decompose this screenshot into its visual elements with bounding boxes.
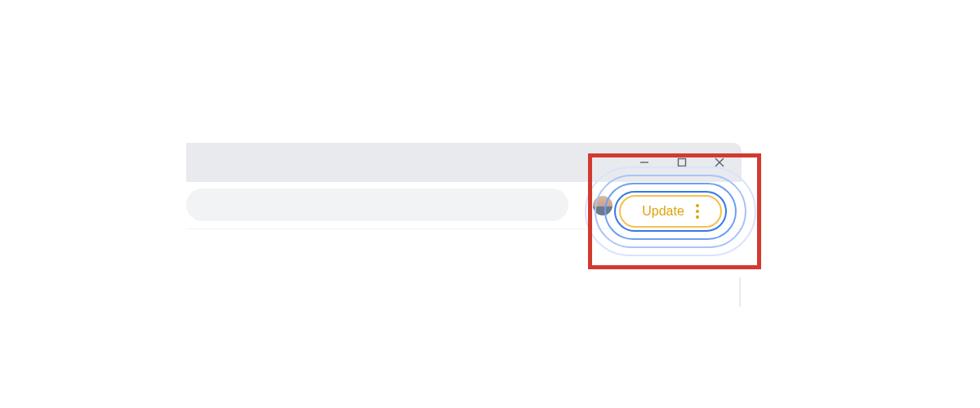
update-button-label: Update: [642, 204, 684, 219]
window-controls: [626, 143, 738, 182]
update-button[interactable]: Update: [619, 195, 722, 228]
close-button[interactable]: [701, 144, 738, 181]
minimize-icon: [639, 157, 650, 168]
tab-strip: [186, 143, 742, 182]
close-icon: [714, 157, 725, 168]
decorative-mark: [739, 277, 741, 307]
address-bar[interactable]: [186, 188, 568, 221]
profile-avatar[interactable]: [593, 196, 612, 215]
minimize-button[interactable]: [626, 144, 663, 181]
canvas: Update: [0, 0, 980, 408]
overflow-menu-icon[interactable]: [696, 204, 699, 219]
maximize-icon: [676, 157, 688, 168]
maximize-button[interactable]: [663, 144, 701, 181]
svg-rect-1: [679, 159, 686, 166]
